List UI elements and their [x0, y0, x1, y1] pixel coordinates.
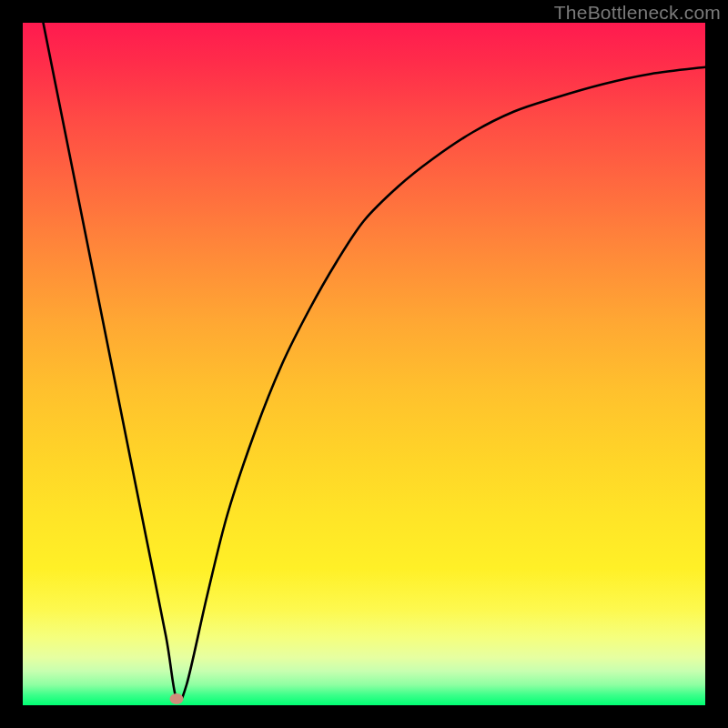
plot-area: [23, 23, 705, 705]
bottleneck-curve: [44, 23, 706, 702]
curve-svg: [23, 23, 705, 705]
chart-frame: TheBottleneck.com: [0, 0, 728, 728]
watermark-text: TheBottleneck.com: [554, 2, 721, 24]
optimal-point-marker: [169, 693, 183, 704]
